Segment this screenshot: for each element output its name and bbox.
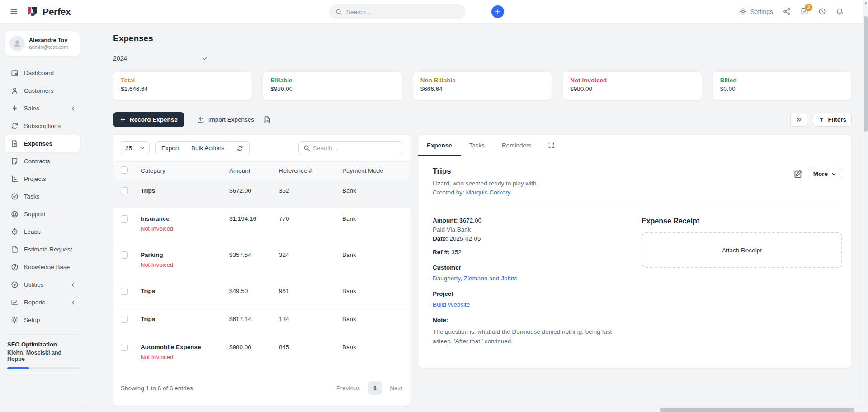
sidebar-item-expenses[interactable]: Expenses xyxy=(5,135,80,152)
horizontal-scrollbar[interactable] xyxy=(0,407,863,412)
timesheet-clock-icon[interactable] xyxy=(818,8,826,15)
scroll-up-arrow[interactable] xyxy=(864,2,867,4)
summary-card-value: $1,646.64 xyxy=(121,85,245,92)
bulk-actions-button[interactable]: Bulk Actions xyxy=(185,142,231,155)
next-page-button[interactable]: Next xyxy=(390,385,402,392)
expense-category[interactable]: Trips xyxy=(141,288,155,294)
row-checkbox[interactable] xyxy=(121,344,128,351)
vertical-scrollbar[interactable] xyxy=(863,0,868,407)
knowledge-base-icon xyxy=(11,263,19,271)
created-by-link[interactable]: Marquis Corkery xyxy=(466,189,511,196)
hamburger-menu-icon[interactable] xyxy=(10,8,18,15)
column-header-amount[interactable]: Amount xyxy=(224,162,274,180)
column-header-reference[interactable]: Reference # xyxy=(274,162,337,180)
column-header-category[interactable]: Category xyxy=(135,162,224,180)
sidebar-item-tasks[interactable]: Tasks xyxy=(5,188,80,205)
expand-icon[interactable] xyxy=(540,135,562,156)
expense-category[interactable]: Parking xyxy=(141,251,163,258)
sidebar-item-leads[interactable]: Leads xyxy=(5,223,80,241)
pdf-export-icon[interactable] xyxy=(263,116,271,124)
table-row[interactable]: Trips $49.50 961 Bank xyxy=(113,280,410,308)
sidebar-item-reports[interactable]: Reports xyxy=(5,294,80,311)
settings-button[interactable]: Settings xyxy=(739,8,773,15)
table-row[interactable]: Trips $617.14 134 Bank xyxy=(113,308,410,336)
showing-entries-text: Showing 1 to 6 of 6 entries xyxy=(121,385,193,392)
year-filter-select[interactable]: 2024 xyxy=(113,52,208,65)
more-label: More xyxy=(813,170,828,177)
vertical-scrollbar-thumb[interactable] xyxy=(864,16,868,132)
filters-button[interactable]: Filters xyxy=(813,113,852,127)
global-search-input[interactable] xyxy=(346,9,459,15)
brand[interactable]: Perfex xyxy=(27,6,71,18)
attach-receipt-dropzone[interactable]: Attach Receipt xyxy=(642,232,842,268)
expense-category[interactable]: Insurance xyxy=(141,215,170,222)
sidebar-item-setup[interactable]: Setup xyxy=(5,311,80,329)
row-checkbox[interactable] xyxy=(121,215,128,223)
expense-category[interactable]: Trips xyxy=(141,187,155,194)
record-expense-button[interactable]: Record Expense xyxy=(113,112,184,127)
sidebar-item-label: Customers xyxy=(24,87,53,94)
todo-button[interactable]: 3 xyxy=(801,7,808,16)
page-size-select[interactable]: 25 xyxy=(121,141,150,155)
sidebar-item-customers[interactable]: Customers xyxy=(5,82,80,99)
sidebar-item-contracts[interactable]: Contracts xyxy=(5,152,80,170)
project-progress-track xyxy=(7,367,80,369)
refresh-button[interactable] xyxy=(231,142,249,155)
expense-category[interactable]: Trips xyxy=(141,316,155,322)
toggle-panel-button[interactable] xyxy=(790,113,807,127)
search-icon xyxy=(335,9,342,15)
sidebar-item-knowledge-base[interactable]: Knowledge Base xyxy=(5,258,80,276)
previous-page-button[interactable]: Previous xyxy=(336,385,360,392)
search-icon xyxy=(299,145,313,152)
share-icon[interactable] xyxy=(783,8,791,15)
edit-expense-icon[interactable] xyxy=(794,170,802,178)
tab-tasks[interactable]: Tasks xyxy=(461,135,494,156)
row-checkbox[interactable] xyxy=(121,187,128,194)
table-row[interactable]: Automobile Expense Not Invoiced $980.00 … xyxy=(113,336,410,373)
project-progress-widget[interactable]: SEO Optimization Kiehn, Mosciski and Hop… xyxy=(5,340,80,369)
page-number-button[interactable]: 1 xyxy=(368,381,382,395)
notifications-bell-icon[interactable] xyxy=(836,8,844,15)
filters-label: Filters xyxy=(828,116,846,123)
table-row[interactable]: Trips $672.00 352 Bank xyxy=(113,180,410,208)
sidebar-item-dashboard[interactable]: Dashboard xyxy=(5,64,80,82)
table-row[interactable]: Insurance Not Invoiced $1,194.16 770 Ban… xyxy=(113,208,410,244)
expense-category[interactable]: Automobile Expense xyxy=(141,344,201,350)
plus-icon xyxy=(120,117,126,123)
row-checkbox[interactable] xyxy=(121,251,128,259)
profile-card[interactable]: Alexandre Toy admin@test.com xyxy=(5,31,80,56)
project-link[interactable]: Build Website xyxy=(433,301,470,308)
tab-reminders[interactable]: Reminders xyxy=(493,135,540,156)
expense-payment-mode: Bank xyxy=(337,308,410,336)
note-label: Note: xyxy=(433,317,642,323)
tab-expense[interactable]: Expense xyxy=(418,135,461,156)
sidebar-divider xyxy=(5,334,79,335)
sales-icon xyxy=(11,104,19,112)
sidebar-item-sales[interactable]: Sales xyxy=(5,99,80,117)
table-search-input[interactable] xyxy=(313,145,402,152)
note-text: The question is, what did the Dormouse d… xyxy=(433,327,632,346)
row-checkbox[interactable] xyxy=(121,288,128,295)
table-row[interactable]: Parking Not Invoiced $357.54 324 Bank xyxy=(113,244,410,280)
more-button[interactable]: More xyxy=(808,167,842,180)
sidebar-item-subscriptions[interactable]: Subscriptions xyxy=(5,117,80,135)
topbar: Perfex Settings 3 xyxy=(0,0,868,24)
global-search[interactable] xyxy=(329,4,466,19)
sidebar-item-projects[interactable]: Projects xyxy=(5,170,80,188)
expense-payment-mode: Bank xyxy=(337,280,410,308)
row-checkbox[interactable] xyxy=(121,316,128,323)
sidebar-item-utilities[interactable]: Utilities xyxy=(5,276,80,294)
horizontal-scrollbar-thumb[interactable] xyxy=(660,408,854,412)
quick-add-button[interactable] xyxy=(491,5,504,18)
column-header-payment-mode[interactable]: Payment Mode xyxy=(337,162,410,180)
table-search[interactable] xyxy=(298,141,402,155)
customer-link[interactable]: Daugherty, Ziemann and Johns xyxy=(433,275,517,282)
expense-amount: $49.50 xyxy=(224,280,274,308)
leads-icon xyxy=(11,228,19,236)
select-all-checkbox[interactable] xyxy=(121,166,128,174)
sidebar-item-support[interactable]: Support xyxy=(5,205,80,223)
import-expenses-button[interactable]: Import Expenses xyxy=(197,116,254,123)
setup-gear-icon xyxy=(11,316,19,324)
export-button[interactable]: Export xyxy=(156,142,185,155)
sidebar-item-estimate-request[interactable]: Estimate Request xyxy=(5,241,80,258)
